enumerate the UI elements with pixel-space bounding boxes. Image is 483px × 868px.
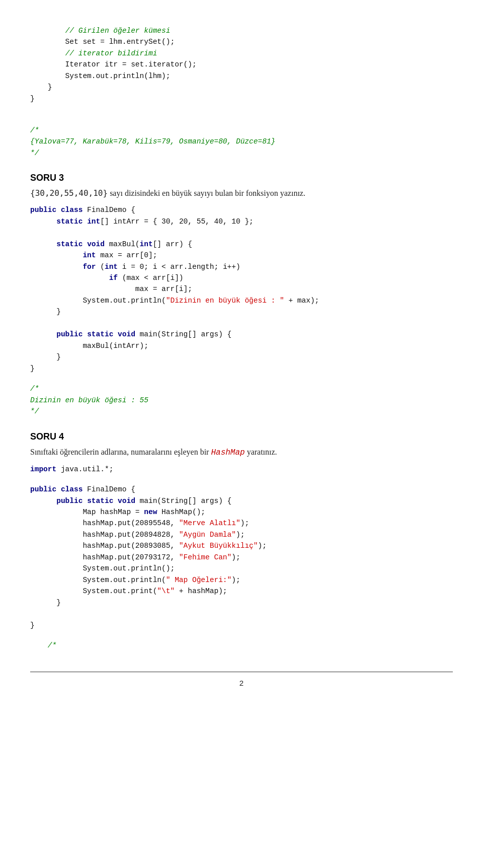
soru4-description: Sınıftaki öğrencilerin adlarına, numaral… [30, 446, 453, 459]
top-code-block: // Girilen öğeler kümesi Set set = lhm.e… [30, 25, 453, 116]
soru4-header: SORU 4 [30, 431, 453, 442]
page-footer: 2 [30, 672, 453, 687]
soru4-code: public class FinalDemo { public static v… [30, 484, 453, 631]
hashmap-italic: HashMap [211, 448, 245, 457]
soru3-set: {30,20,55,40,10} [30, 188, 108, 198]
soru4-section: SORU 4 Sınıftaki öğrencilerin adlarına, … [30, 431, 453, 652]
soru4-import: import java.util.*; [30, 464, 453, 475]
soru3-description: {30,20,55,40,10} sayı dizisindeki en büy… [30, 187, 453, 199]
top-comment-block: /* {Yalova=77, Karabük=78, Kilis=79, Osm… [30, 125, 453, 159]
footer-line: 2 [30, 679, 453, 687]
page-number: 2 [239, 679, 244, 687]
top-line-1: // Girilen öğeler kümesi Set set = lhm.e… [30, 27, 197, 103]
soru3-header: SORU 3 [30, 173, 453, 183]
soru4-comment-start: /* [30, 640, 453, 651]
top-code-section: // Girilen öğeler kümesi Set set = lhm.e… [30, 25, 453, 159]
soru3-code: public class FinalDemo { static int[] in… [30, 204, 453, 374]
soru3-comment: /* Dizinin en büyük öğesi : 55 */ [30, 383, 453, 417]
soru3-section: SORU 3 {30,20,55,40,10} sayı dizisindeki… [30, 173, 453, 417]
